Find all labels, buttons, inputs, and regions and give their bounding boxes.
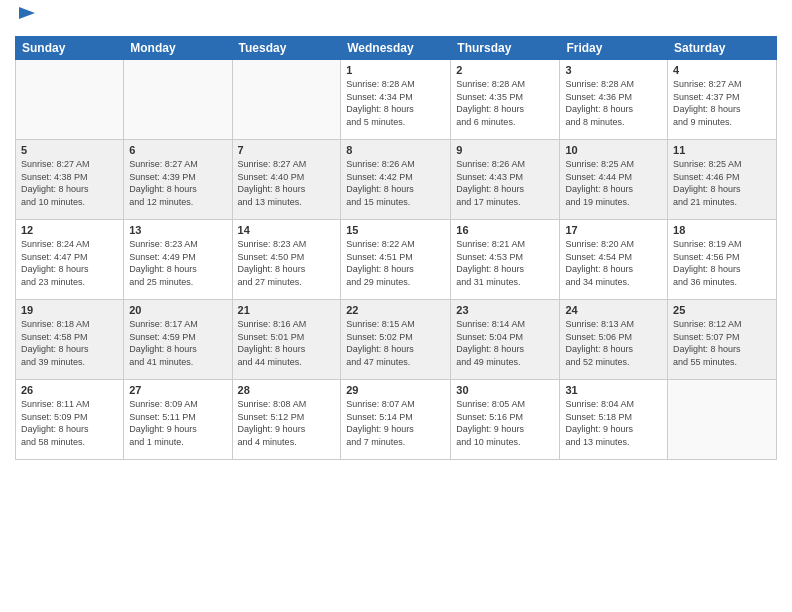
day-number: 6 [129,144,226,156]
calendar-week-row: 12Sunrise: 8:24 AM Sunset: 4:47 PM Dayli… [16,220,777,300]
day-info: Sunrise: 8:23 AM Sunset: 4:49 PM Dayligh… [129,238,226,288]
table-row: 9Sunrise: 8:26 AM Sunset: 4:43 PM Daylig… [451,140,560,220]
day-number: 29 [346,384,445,396]
day-info: Sunrise: 8:20 AM Sunset: 4:54 PM Dayligh… [565,238,662,288]
day-info: Sunrise: 8:23 AM Sunset: 4:50 PM Dayligh… [238,238,336,288]
table-row [232,60,341,140]
day-info: Sunrise: 8:19 AM Sunset: 4:56 PM Dayligh… [673,238,771,288]
day-number: 22 [346,304,445,316]
table-row: 16Sunrise: 8:21 AM Sunset: 4:53 PM Dayli… [451,220,560,300]
table-row: 13Sunrise: 8:23 AM Sunset: 4:49 PM Dayli… [124,220,232,300]
table-row: 15Sunrise: 8:22 AM Sunset: 4:51 PM Dayli… [341,220,451,300]
day-number: 17 [565,224,662,236]
day-info: Sunrise: 8:07 AM Sunset: 5:14 PM Dayligh… [346,398,445,448]
table-row: 21Sunrise: 8:16 AM Sunset: 5:01 PM Dayli… [232,300,341,380]
table-row: 27Sunrise: 8:09 AM Sunset: 5:11 PM Dayli… [124,380,232,460]
day-info: Sunrise: 8:27 AM Sunset: 4:40 PM Dayligh… [238,158,336,208]
day-number: 11 [673,144,771,156]
table-row: 2Sunrise: 8:28 AM Sunset: 4:35 PM Daylig… [451,60,560,140]
day-number: 26 [21,384,118,396]
table-row: 10Sunrise: 8:25 AM Sunset: 4:44 PM Dayli… [560,140,668,220]
header [15,10,777,28]
table-row: 19Sunrise: 8:18 AM Sunset: 4:58 PM Dayli… [16,300,124,380]
day-number: 28 [238,384,336,396]
table-row: 17Sunrise: 8:20 AM Sunset: 4:54 PM Dayli… [560,220,668,300]
day-number: 27 [129,384,226,396]
day-info: Sunrise: 8:16 AM Sunset: 5:01 PM Dayligh… [238,318,336,368]
table-row: 26Sunrise: 8:11 AM Sunset: 5:09 PM Dayli… [16,380,124,460]
col-tuesday: Tuesday [232,37,341,60]
table-row: 14Sunrise: 8:23 AM Sunset: 4:50 PM Dayli… [232,220,341,300]
day-number: 2 [456,64,554,76]
table-row: 11Sunrise: 8:25 AM Sunset: 4:46 PM Dayli… [668,140,777,220]
day-info: Sunrise: 8:11 AM Sunset: 5:09 PM Dayligh… [21,398,118,448]
day-info: Sunrise: 8:22 AM Sunset: 4:51 PM Dayligh… [346,238,445,288]
col-thursday: Thursday [451,37,560,60]
table-row: 25Sunrise: 8:12 AM Sunset: 5:07 PM Dayli… [668,300,777,380]
day-number: 23 [456,304,554,316]
svg-marker-0 [19,7,35,19]
day-info: Sunrise: 8:09 AM Sunset: 5:11 PM Dayligh… [129,398,226,448]
day-info: Sunrise: 8:17 AM Sunset: 4:59 PM Dayligh… [129,318,226,368]
day-number: 10 [565,144,662,156]
table-row: 1Sunrise: 8:28 AM Sunset: 4:34 PM Daylig… [341,60,451,140]
day-info: Sunrise: 8:28 AM Sunset: 4:34 PM Dayligh… [346,78,445,128]
day-info: Sunrise: 8:27 AM Sunset: 4:38 PM Dayligh… [21,158,118,208]
table-row [668,380,777,460]
table-row: 24Sunrise: 8:13 AM Sunset: 5:06 PM Dayli… [560,300,668,380]
day-info: Sunrise: 8:15 AM Sunset: 5:02 PM Dayligh… [346,318,445,368]
day-number: 25 [673,304,771,316]
table-row: 12Sunrise: 8:24 AM Sunset: 4:47 PM Dayli… [16,220,124,300]
day-number: 15 [346,224,445,236]
day-info: Sunrise: 8:24 AM Sunset: 4:47 PM Dayligh… [21,238,118,288]
table-row: 28Sunrise: 8:08 AM Sunset: 5:12 PM Dayli… [232,380,341,460]
day-info: Sunrise: 8:13 AM Sunset: 5:06 PM Dayligh… [565,318,662,368]
day-number: 4 [673,64,771,76]
table-row: 30Sunrise: 8:05 AM Sunset: 5:16 PM Dayli… [451,380,560,460]
day-number: 5 [21,144,118,156]
table-row: 20Sunrise: 8:17 AM Sunset: 4:59 PM Dayli… [124,300,232,380]
day-number: 1 [346,64,445,76]
day-info: Sunrise: 8:04 AM Sunset: 5:18 PM Dayligh… [565,398,662,448]
day-info: Sunrise: 8:21 AM Sunset: 4:53 PM Dayligh… [456,238,554,288]
col-sunday: Sunday [16,37,124,60]
table-row: 5Sunrise: 8:27 AM Sunset: 4:38 PM Daylig… [16,140,124,220]
day-info: Sunrise: 8:08 AM Sunset: 5:12 PM Dayligh… [238,398,336,448]
table-row: 4Sunrise: 8:27 AM Sunset: 4:37 PM Daylig… [668,60,777,140]
day-number: 12 [21,224,118,236]
day-number: 13 [129,224,226,236]
day-info: Sunrise: 8:28 AM Sunset: 4:36 PM Dayligh… [565,78,662,128]
day-info: Sunrise: 8:28 AM Sunset: 4:35 PM Dayligh… [456,78,554,128]
day-info: Sunrise: 8:25 AM Sunset: 4:44 PM Dayligh… [565,158,662,208]
page: Sunday Monday Tuesday Wednesday Thursday… [0,0,792,612]
calendar-week-row: 1Sunrise: 8:28 AM Sunset: 4:34 PM Daylig… [16,60,777,140]
calendar-week-row: 19Sunrise: 8:18 AM Sunset: 4:58 PM Dayli… [16,300,777,380]
logo-text [15,10,37,28]
col-monday: Monday [124,37,232,60]
day-info: Sunrise: 8:25 AM Sunset: 4:46 PM Dayligh… [673,158,771,208]
day-number: 9 [456,144,554,156]
calendar-table: Sunday Monday Tuesday Wednesday Thursday… [15,36,777,460]
table-row: 29Sunrise: 8:07 AM Sunset: 5:14 PM Dayli… [341,380,451,460]
day-info: Sunrise: 8:14 AM Sunset: 5:04 PM Dayligh… [456,318,554,368]
day-number: 30 [456,384,554,396]
day-info: Sunrise: 8:26 AM Sunset: 4:42 PM Dayligh… [346,158,445,208]
day-info: Sunrise: 8:27 AM Sunset: 4:39 PM Dayligh… [129,158,226,208]
day-number: 31 [565,384,662,396]
day-number: 8 [346,144,445,156]
table-row: 8Sunrise: 8:26 AM Sunset: 4:42 PM Daylig… [341,140,451,220]
col-saturday: Saturday [668,37,777,60]
day-number: 14 [238,224,336,236]
table-row: 22Sunrise: 8:15 AM Sunset: 5:02 PM Dayli… [341,300,451,380]
day-info: Sunrise: 8:18 AM Sunset: 4:58 PM Dayligh… [21,318,118,368]
table-row: 7Sunrise: 8:27 AM Sunset: 4:40 PM Daylig… [232,140,341,220]
day-number: 7 [238,144,336,156]
day-number: 18 [673,224,771,236]
calendar-week-row: 5Sunrise: 8:27 AM Sunset: 4:38 PM Daylig… [16,140,777,220]
calendar-header-row: Sunday Monday Tuesday Wednesday Thursday… [16,37,777,60]
col-friday: Friday [560,37,668,60]
day-number: 16 [456,224,554,236]
day-number: 3 [565,64,662,76]
table-row [124,60,232,140]
logo-general [15,10,37,28]
